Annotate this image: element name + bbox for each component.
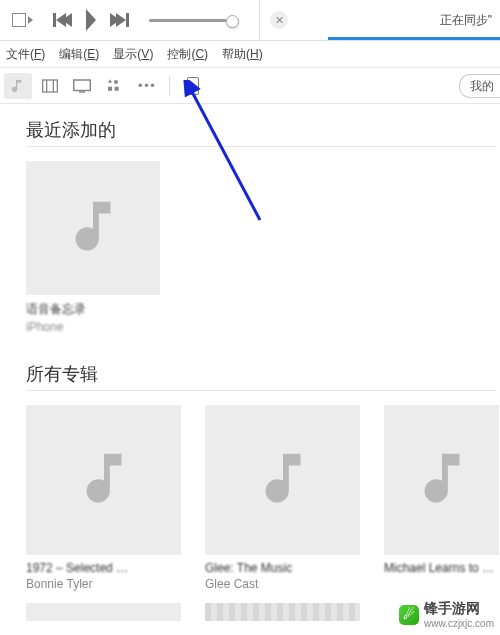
album-item[interactable] <box>26 603 181 621</box>
music-note-icon <box>248 445 318 515</box>
album-item[interactable]: 语音备忘录 iPhone <box>26 161 156 334</box>
menu-control[interactable]: 控制(C) <box>167 46 208 63</box>
album-cover-placeholder <box>205 405 360 555</box>
menu-edit[interactable]: 编辑(E) <box>59 46 99 63</box>
album-cover-placeholder <box>26 603 181 621</box>
sync-status: 正在同步" <box>432 0 500 40</box>
svg-rect-0 <box>43 80 58 92</box>
menu-help[interactable]: 帮助(H) <box>222 46 263 63</box>
apps-icon <box>106 78 122 94</box>
album-item[interactable]: Michael Learns to Roc <box>384 405 499 591</box>
watermark-label: 锋手游网 <box>424 600 494 618</box>
music-note-icon <box>58 193 128 263</box>
album-cover-placeholder <box>26 405 181 555</box>
album-subtitle: Bonnie Tyler <box>26 577 181 591</box>
movies-tab[interactable] <box>36 73 64 99</box>
watermark-url: www.czjxjc.com <box>424 618 494 629</box>
tv-tab[interactable] <box>68 73 96 99</box>
next-button[interactable] <box>110 13 129 27</box>
apps-tab[interactable] <box>100 73 128 99</box>
my-library-pill[interactable]: 我的 <box>459 74 500 98</box>
previous-button[interactable] <box>53 13 72 27</box>
tv-icon <box>73 79 91 93</box>
volume-slider[interactable] <box>149 19 239 22</box>
menu-bar: 文件(F) 编辑(E) 显示(V) 控制(C) 帮助(H) <box>0 41 500 68</box>
annotation-arrow <box>180 80 270 225</box>
album-subtitle: Glee Cast <box>205 577 360 591</box>
album-item[interactable]: 1972 – Selected … Bonnie Tyler <box>26 405 181 591</box>
album-cover-placeholder <box>384 405 499 555</box>
album-item[interactable]: Glee: The Music Glee Cast <box>205 405 360 591</box>
watermark: ☄ 锋手游网 www.czjxjc.com <box>399 600 494 629</box>
album-cover-placeholder <box>205 603 360 621</box>
menu-file[interactable]: 文件(F) <box>6 46 45 63</box>
separator <box>169 76 170 96</box>
more-tab[interactable]: • • • <box>132 73 160 99</box>
album-title: 语音备忘录 <box>26 301 156 318</box>
divider <box>26 390 496 391</box>
svg-line-5 <box>190 88 260 220</box>
album-subtitle: iPhone <box>26 320 156 334</box>
album-title: 1972 – Selected … <box>26 561 181 575</box>
chevron-down-icon <box>28 16 33 24</box>
album-cover-placeholder <box>26 161 160 295</box>
close-icon[interactable]: ✕ <box>270 11 288 29</box>
all-albums-section-title: 所有专辑 <box>26 362 500 386</box>
album-title: Michael Learns to Roc <box>384 561 499 575</box>
now-playing-display: ✕ 正在同步" <box>259 0 500 40</box>
play-button[interactable] <box>86 9 96 31</box>
music-note-icon <box>407 445 477 515</box>
music-tab[interactable] <box>4 73 32 99</box>
svg-rect-3 <box>74 80 91 91</box>
film-icon <box>42 79 58 93</box>
album-item[interactable] <box>205 603 360 621</box>
menu-view[interactable]: 显示(V) <box>113 46 153 63</box>
sync-progress-bar <box>328 37 500 40</box>
album-title: Glee: The Music <box>205 561 360 575</box>
watermark-badge-icon: ☄ <box>399 605 419 625</box>
music-note-icon <box>69 445 139 515</box>
music-icon <box>10 78 26 94</box>
window-menu-dropdown[interactable] <box>6 13 33 27</box>
